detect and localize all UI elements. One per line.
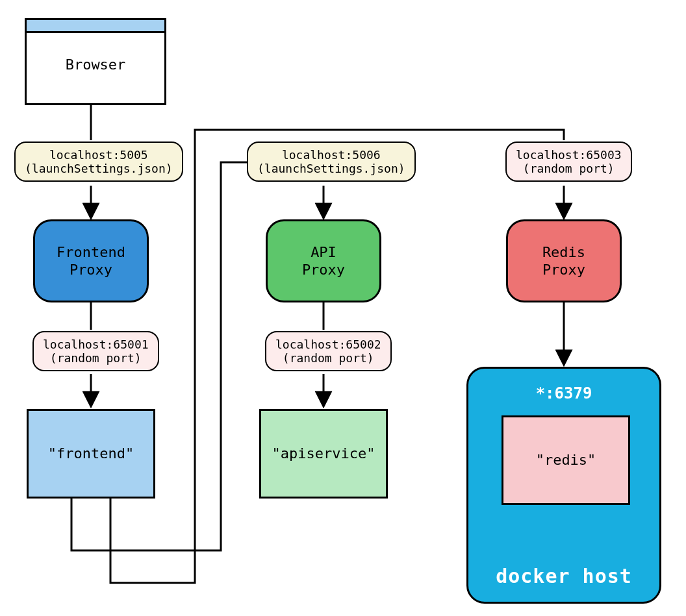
api-proxy: API Proxy: [266, 219, 381, 302]
edge-line2: (launchSettings.json): [257, 162, 405, 175]
redis-proxy: Redis Proxy: [506, 219, 622, 302]
svc-label: "frontend": [48, 445, 134, 463]
proxy-line1: Redis: [542, 243, 585, 262]
edge-label-frontend-in: localhost:5005 (launchSettings.json): [14, 142, 183, 182]
frontend-proxy: Frontend Proxy: [33, 219, 149, 302]
edge-line2: (launchSettings.json): [25, 162, 173, 175]
proxy-line2: Proxy: [302, 261, 345, 279]
browser-titlebar: [27, 20, 164, 33]
frontend-service: "frontend": [27, 409, 155, 499]
docker-host: *:6379 "redis" docker host: [466, 367, 661, 604]
edge-line1: localhost:65001: [43, 338, 149, 351]
edge-label-frontend-out: localhost:65001 (random port): [32, 331, 159, 371]
svc-label: "redis": [536, 451, 596, 469]
edge-line2: (random port): [516, 162, 622, 175]
edge-label-api-in: localhost:5006 (launchSettings.json): [247, 142, 416, 182]
proxy-line1: API: [311, 243, 337, 262]
docker-label: docker host: [468, 565, 659, 587]
apiservice-service: "apiservice": [259, 409, 388, 499]
proxy-line2: Proxy: [70, 261, 112, 279]
edge-label-api-out: localhost:65002 (random port): [265, 331, 392, 371]
edge-line2: (random port): [43, 351, 149, 365]
edge-line1: localhost:5005: [25, 148, 173, 162]
edge-line1: localhost:65003: [516, 148, 622, 162]
browser-label: Browser: [66, 56, 126, 74]
edge-line1: localhost:65002: [275, 338, 381, 351]
redis-service: "redis": [502, 415, 630, 505]
edge-label-redis-in: localhost:65003 (random port): [505, 142, 632, 182]
proxy-line2: Proxy: [542, 261, 585, 279]
docker-port: *:6379: [468, 384, 659, 402]
proxy-line1: Frontend: [57, 243, 125, 262]
edge-line1: localhost:5006: [257, 148, 405, 162]
svc-label: "apiservice": [272, 445, 375, 463]
edge-line2: (random port): [275, 351, 381, 365]
browser-node: Browser: [25, 18, 166, 105]
